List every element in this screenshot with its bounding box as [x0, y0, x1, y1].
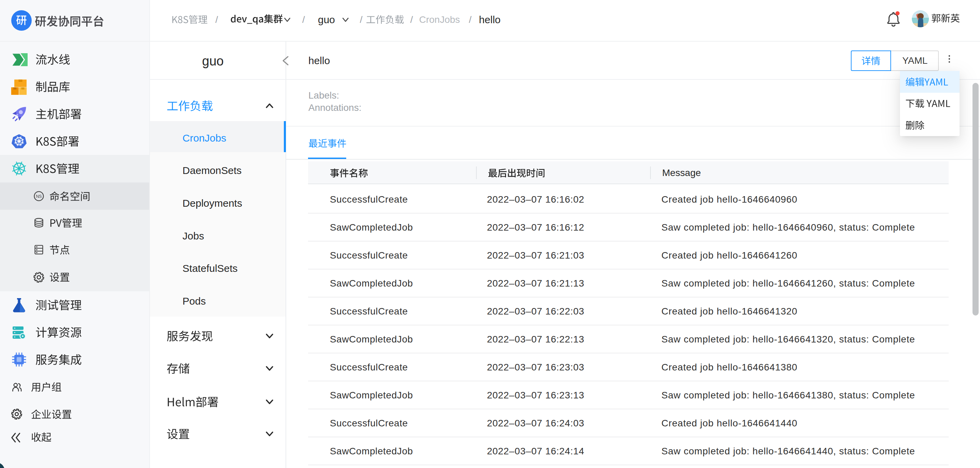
svg-text:NS: NS — [36, 194, 41, 199]
